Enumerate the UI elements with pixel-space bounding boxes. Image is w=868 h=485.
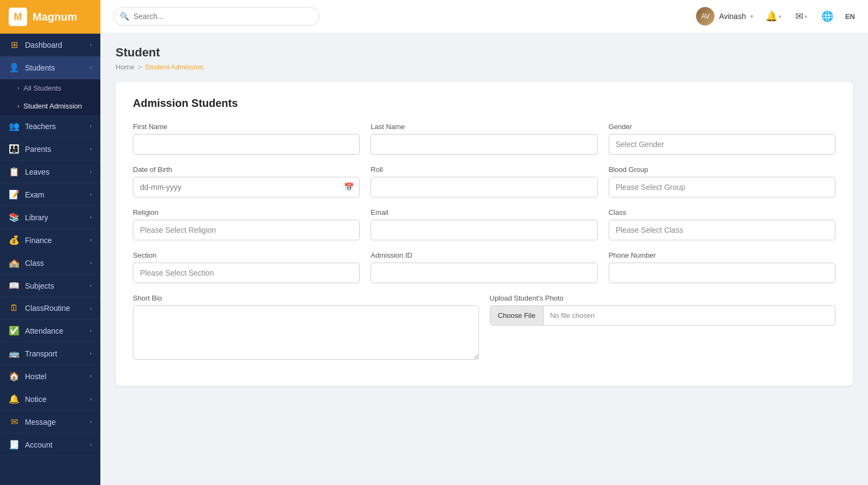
first-name-input[interactable] [133,134,360,155]
sidebar-item-notice[interactable]: 🔔 Notice › [0,388,100,411]
chevron-icon: › [90,283,92,289]
sidebar-item-account[interactable]: 🧾 Account › [0,433,100,456]
breadcrumb: Home > Student Admission [116,63,853,71]
sidebar-label-dashboard: Dashboard [25,41,62,49]
religion-label: Religion [133,208,360,216]
roll-input[interactable] [371,177,597,197]
user-name: Avinash [719,12,746,21]
notification-bell-button[interactable]: 🔔 ▾ [763,8,783,24]
admission-id-input[interactable] [371,263,597,283]
sidebar-sub-student-admission[interactable]: › Student Admission [0,97,100,115]
short-bio-group: Short Bio [133,294,479,360]
search-container: 🔍 [113,7,320,25]
logo[interactable]: M Magnum [0,0,100,34]
sidebar-label-exam: Exam [25,190,44,199]
sidebar-sub-all-students[interactable]: › All Students [0,79,100,97]
sidebar-item-hostel[interactable]: 🏠 Hostel › [0,365,100,388]
students-submenu: › All Students › Student Admission [0,79,100,115]
sidebar-label-hostel: Hostel [25,372,47,381]
roll-label: Roll [371,165,597,174]
form-title: Admission Students [133,97,835,110]
sidebar-item-students[interactable]: 👤 Students › [0,56,100,79]
chevron-icon: › [90,146,92,152]
blood-group-select[interactable]: Please Select Group A+A- B+B- AB+AB- O+O… [609,177,835,197]
search-input[interactable] [113,7,320,25]
chevron-icon: › [90,328,92,334]
gender-group: Gender Select Gender Male Female Other [609,123,835,155]
sidebar-item-dashboard[interactable]: ⊞ Dashboard › [0,34,100,56]
mail-button[interactable]: ✉ ▾ [793,8,809,24]
sidebar-label-parents: Parents [25,145,51,154]
classroutine-icon: 🗓 [9,303,20,313]
sub-label-student-admission: Student Admission [23,102,82,110]
class-select[interactable]: Please Select Class Class 1 Class 2 Clas… [609,220,835,240]
upload-photo-label: Upload Student's Photo [490,294,836,302]
sidebar-item-parents[interactable]: 👨‍👩‍👧 Parents › [0,138,100,161]
chevron-icon: › [90,123,92,129]
sub-label-all-students: All Students [23,84,61,92]
sidebar-item-transport[interactable]: 🚌 Transport › [0,342,100,365]
last-name-input[interactable] [371,134,597,155]
sidebar-item-library[interactable]: 📚 Library › [0,206,100,229]
globe-icon: 🌐 [821,10,833,22]
first-name-label: First Name [133,123,360,131]
class-group: Class Please Select Class Class 1 Class … [609,208,835,240]
sidebar-item-classroutine[interactable]: 🗓 ClassRoutine › [0,297,100,320]
breadcrumb-home[interactable]: Home [116,63,135,71]
language-button[interactable]: EN [845,12,855,21]
sidebar-item-attendance[interactable]: ✅ Attendance › [0,320,100,342]
dob-input[interactable] [133,177,360,197]
file-upload-wrapper: Choose File No file chosen [490,305,836,326]
chevron-icon: › [90,442,92,448]
avatar: AV [696,7,714,25]
sidebar-item-teachers[interactable]: 👥 Teachers › [0,115,100,138]
sidebar-item-class[interactable]: 🏫 Class › [0,252,100,275]
chevron-icon: › [90,192,92,197]
breadcrumb-current: Student Admission [145,63,203,71]
logo-icon: M [9,8,27,26]
chevron-icon: › [90,237,92,243]
form-row-2: Date of Birth 📅 Roll Blood Group Please … [133,165,835,197]
chevron-icon: › [90,419,92,425]
topbar: 🔍 AV Avinash ▾ 🔔 ▾ ✉ ▾ 🌐 EN [100,0,868,33]
mail-icon: ✉ [795,10,803,22]
user-menu[interactable]: AV Avinash ▾ [696,7,754,25]
sidebar-item-leaves[interactable]: 📋 Leaves › [0,161,100,183]
gender-select[interactable]: Select Gender Male Female Other [609,134,835,155]
sidebar-label-notice: Notice [25,395,47,404]
file-chosen-text: No file chosen [544,306,835,325]
sidebar-label-classroutine: ClassRoutine [25,304,70,312]
chevron-icon: › [90,396,92,402]
short-bio-textarea[interactable] [133,305,479,360]
religion-group: Religion Please Select Religion Islam Ch… [133,208,360,240]
dob-label: Date of Birth [133,165,360,174]
chevron-icon: › [90,305,92,311]
admission-id-label: Admission ID [371,251,597,259]
sidebar-label-teachers: Teachers [25,122,56,131]
transport-icon: 🚌 [9,348,20,359]
section-select[interactable]: Please Select Section Section A Section … [133,263,360,283]
admission-form-card: Admission Students First Name Last Name … [116,82,853,386]
globe-button[interactable]: 🌐 [819,8,835,24]
phone-input[interactable] [609,263,835,283]
leaves-icon: 📋 [9,167,20,177]
sidebar-item-finance[interactable]: 💰 Finance › [0,229,100,252]
page-title: Student [116,46,853,60]
sidebar-item-exam[interactable]: 📝 Exam › [0,183,100,206]
choose-file-button[interactable]: Choose File [490,306,544,325]
search-icon: 🔍 [120,12,129,21]
email-input[interactable] [371,220,597,240]
sidebar-label-account: Account [25,441,53,449]
gender-label: Gender [609,123,835,131]
religion-select[interactable]: Please Select Religion Islam Christianit… [133,220,360,240]
attendance-icon: ✅ [9,326,20,336]
app-name: Magnum [33,11,77,23]
phone-label: Phone Number [609,251,835,259]
sidebar-item-message[interactable]: ✉ Message › [0,411,100,433]
section-group: Section Please Select Section Section A … [133,251,360,283]
sidebar-item-subjects[interactable]: 📖 Subjects › [0,275,100,297]
sidebar-label-message: Message [25,418,56,426]
class-icon: 🏫 [9,258,20,268]
blood-group-group: Blood Group Please Select Group A+A- B+B… [609,165,835,197]
chevron-icon: › [90,65,92,71]
